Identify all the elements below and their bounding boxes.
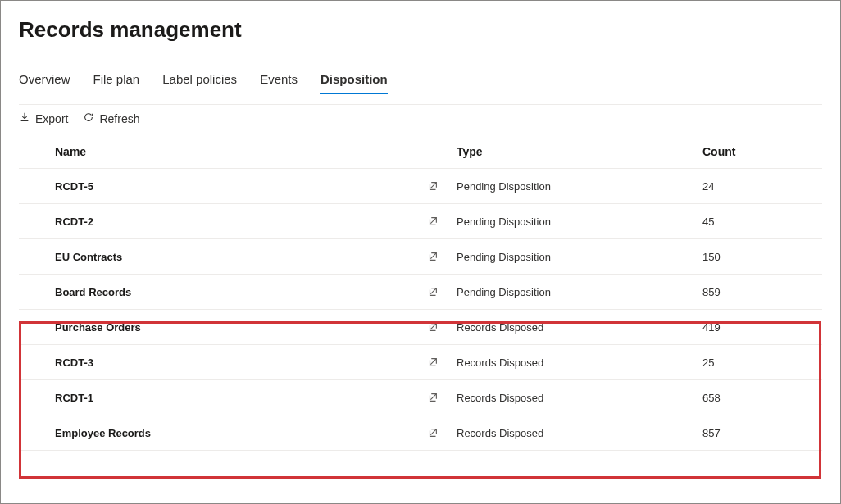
table-header: Name Type Count: [19, 137, 822, 169]
download-icon: [19, 111, 30, 125]
toolbar: Export Refresh: [19, 111, 822, 125]
refresh-button[interactable]: Refresh: [83, 111, 139, 125]
disposition-table: Name Type Count RCDT-5Pending Dispositio…: [19, 137, 822, 451]
cell-type: Records Disposed: [457, 392, 702, 404]
cell-type: Records Disposed: [457, 321, 702, 334]
column-header-count[interactable]: Count: [702, 145, 822, 158]
cell-type: Records Disposed: [457, 356, 702, 369]
open-in-new-icon[interactable]: [427, 216, 457, 227]
cell-name: Purchase Orders: [19, 321, 427, 334]
column-header-type[interactable]: Type: [457, 145, 702, 158]
cell-type: Pending Disposition: [457, 180, 702, 193]
tab-bar: Overview File plan Label policies Events…: [19, 67, 822, 94]
open-in-new-icon[interactable]: [427, 356, 457, 368]
column-header-spacer: [427, 145, 457, 158]
cell-count: 25: [702, 356, 822, 369]
table-row[interactable]: RCDT-5Pending Disposition24: [19, 169, 822, 204]
open-in-new-icon[interactable]: [427, 321, 457, 333]
cell-count: 45: [702, 216, 822, 228]
cell-name: RCDT-2: [19, 216, 427, 228]
window-frame: Records management Overview File plan La…: [0, 0, 841, 504]
open-in-new-icon[interactable]: [427, 180, 457, 192]
table-row[interactable]: EU ContractsPending Disposition150: [19, 239, 822, 275]
table-row[interactable]: RCDT-2Pending Disposition45: [19, 204, 822, 239]
tab-disposition[interactable]: Disposition: [320, 67, 388, 94]
cell-name: RCDT-1: [19, 392, 427, 404]
cell-name: EU Contracts: [19, 251, 427, 263]
table-row[interactable]: RCDT-3Records Disposed25: [19, 345, 822, 380]
tab-label-policies[interactable]: Label policies: [162, 67, 237, 94]
cell-type: Pending Disposition: [457, 251, 702, 263]
table-row[interactable]: Purchase OrdersRecords Disposed419: [19, 310, 822, 345]
table-body: RCDT-5Pending Disposition24RCDT-2Pending…: [19, 169, 822, 451]
open-in-new-icon[interactable]: [427, 392, 457, 403]
refresh-icon: [83, 111, 94, 125]
open-in-new-icon[interactable]: [427, 427, 457, 438]
cell-type: Pending Disposition: [457, 286, 702, 298]
page-title: Records management: [19, 17, 822, 43]
export-button[interactable]: Export: [19, 111, 68, 125]
table-row[interactable]: RCDT-1Records Disposed658: [19, 380, 822, 415]
cell-type: Pending Disposition: [457, 216, 702, 228]
open-in-new-icon[interactable]: [427, 286, 457, 297]
cell-count: 419: [702, 321, 822, 334]
cell-name: Employee Records: [19, 427, 427, 439]
cell-name: Board Records: [19, 286, 427, 298]
divider: [19, 104, 822, 105]
export-button-label: Export: [35, 112, 68, 125]
cell-count: 24: [702, 180, 822, 193]
table-row[interactable]: Board RecordsPending Disposition859: [19, 275, 822, 310]
cell-count: 658: [702, 392, 822, 404]
cell-name: RCDT-3: [19, 356, 427, 369]
cell-count: 150: [702, 251, 822, 263]
cell-count: 857: [702, 427, 822, 439]
tab-overview[interactable]: Overview: [19, 67, 70, 94]
open-in-new-icon[interactable]: [427, 251, 457, 262]
refresh-button-label: Refresh: [99, 112, 139, 125]
table-row[interactable]: Employee RecordsRecords Disposed857: [19, 415, 822, 451]
cell-type: Records Disposed: [457, 427, 702, 439]
tab-events[interactable]: Events: [260, 67, 298, 94]
column-header-name[interactable]: Name: [19, 145, 427, 158]
cell-name: RCDT-5: [19, 180, 427, 193]
tab-file-plan[interactable]: File plan: [93, 67, 140, 94]
cell-count: 859: [702, 286, 822, 298]
